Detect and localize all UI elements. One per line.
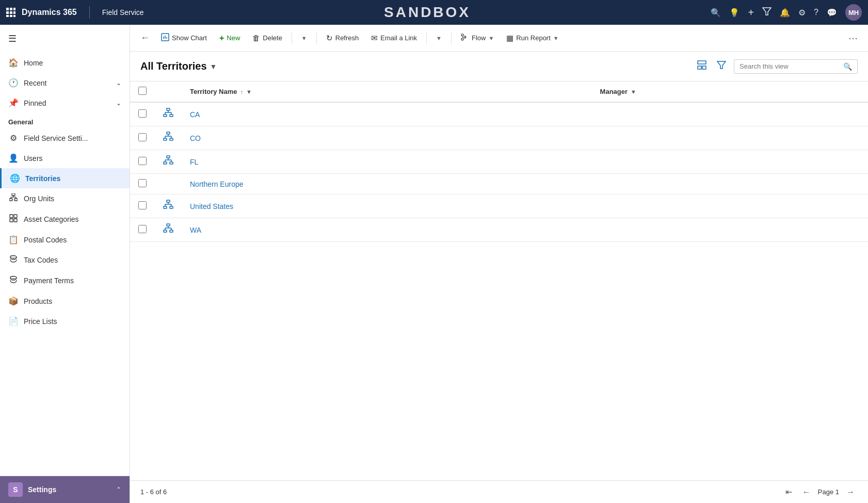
sidebar-item-pinned[interactable]: 📌 Pinned ⌄ (0, 93, 130, 113)
new-button[interactable]: + New (214, 30, 245, 46)
nav-icons: 🔍 💡 + 🔔 ⚙ ? 💬 MH (711, 4, 862, 21)
search-submit-icon[interactable]: 🔍 (843, 62, 852, 71)
email-link-button[interactable]: ✉ Email a Link (366, 30, 422, 46)
settings-chevron-icon: ⌃ (116, 486, 121, 493)
first-page-button[interactable]: ⇤ (782, 486, 795, 498)
sidebar-item-home[interactable]: 🏠 Home (0, 53, 130, 73)
svg-rect-17 (10, 215, 13, 218)
back-button[interactable]: ← (136, 29, 154, 46)
svg-marker-9 (763, 8, 771, 15)
sort-asc-icon[interactable]: ↑ (240, 89, 244, 95)
svg-rect-0 (6, 8, 9, 10)
lightbulb-icon[interactable]: 💡 (729, 8, 740, 18)
sidebar-item-asset-categories[interactable]: Asset Categories (0, 209, 130, 230)
td-row-icon (155, 174, 182, 194)
user-avatar[interactable]: MH (845, 4, 862, 21)
territory-name-link[interactable]: CO (190, 134, 201, 142)
select-all-checkbox[interactable] (138, 87, 147, 95)
svg-rect-41 (164, 138, 167, 140)
new-label: New (227, 34, 240, 42)
manager-sort-icon[interactable]: ▼ (631, 89, 636, 95)
view-title[interactable]: All Territories ▼ (140, 60, 217, 72)
view-title-chevron-icon: ▼ (210, 62, 217, 71)
more-options-button[interactable]: ⋯ (844, 29, 862, 47)
table-area: Territory Name ↑ ▼ Manager ▼ (130, 82, 868, 480)
help-icon[interactable]: ? (814, 8, 818, 17)
th-territory-name[interactable]: Territory Name ↑ ▼ (182, 82, 592, 102)
row-checkbox[interactable] (138, 225, 147, 233)
layout-view-icon[interactable] (695, 58, 709, 75)
td-checkbox (130, 102, 155, 126)
row-checkbox[interactable] (138, 179, 147, 187)
delete-button[interactable]: 🗑 Delete (247, 30, 287, 45)
run-report-button[interactable]: ▦ Run Report ▼ (501, 30, 564, 46)
row-checkbox[interactable] (138, 201, 147, 209)
th-manager[interactable]: Manager ▼ (592, 82, 868, 102)
sidebar-item-field-service-settings[interactable]: ⚙ Field Service Setti... (0, 128, 130, 148)
th-icon (155, 82, 182, 102)
bell-icon[interactable]: 🔔 (780, 8, 790, 18)
chat-icon[interactable]: 💬 (827, 8, 837, 18)
territory-name-link[interactable]: Northern Europe (190, 180, 244, 188)
run-report-label: Run Report (516, 34, 550, 42)
main-layout: ☰ 🏠 Home 🕐 Recent ⌄ 📌 Pinned ⌄ General ⚙… (0, 25, 868, 503)
svg-rect-6 (6, 15, 9, 17)
svg-rect-29 (698, 61, 706, 64)
filter-view-icon[interactable] (714, 58, 729, 75)
toolbar-divider-2 (316, 32, 317, 44)
add-icon[interactable]: + (748, 7, 754, 19)
territory-name-link[interactable]: FL (190, 158, 198, 166)
row-checkbox[interactable] (138, 109, 147, 118)
sandbox-label: SANDBOX (144, 4, 711, 21)
sidebar-item-recent[interactable]: 🕐 Recent ⌄ (0, 73, 130, 93)
td-row-icon (155, 218, 182, 242)
brand-logo[interactable]: Dynamics 365 (22, 8, 77, 17)
tax-codes-icon (8, 255, 19, 265)
territory-name-link[interactable]: CA (190, 110, 200, 119)
grid-menu-icon[interactable]: ​ (6, 7, 15, 18)
search-box[interactable]: 🔍 (734, 59, 858, 74)
sidebar-item-territories[interactable]: 🌐 Territories (0, 168, 130, 188)
td-manager (592, 126, 868, 150)
view-header-icons: 🔍 (695, 58, 858, 75)
filter-icon[interactable] (762, 7, 771, 18)
sidebar-item-org-units[interactable]: Org Units (0, 188, 130, 209)
sidebar-item-payment-terms[interactable]: Payment Terms (0, 270, 130, 291)
search-icon[interactable]: 🔍 (711, 8, 721, 18)
svg-rect-10 (12, 193, 15, 196)
sidebar-item-label: Tax Codes (24, 256, 58, 264)
sidebar-item-price-lists[interactable]: 📄 Price Lists (0, 311, 130, 331)
dropdown-button[interactable]: ▼ (296, 32, 312, 44)
sidebar-item-products[interactable]: 📦 Products (0, 291, 130, 311)
sidebar-item-users[interactable]: 👤 Users (0, 148, 130, 168)
flow-button[interactable]: Flow ▼ (456, 30, 499, 46)
row-checkbox[interactable] (138, 133, 147, 141)
search-input[interactable] (740, 62, 839, 70)
email-dropdown-button[interactable]: ▼ (431, 32, 447, 44)
settings-icon[interactable]: ⚙ (798, 8, 806, 18)
run-report-icon: ▦ (506, 34, 513, 43)
svg-rect-54 (167, 200, 170, 202)
sort-dropdown-icon[interactable]: ▼ (246, 89, 252, 95)
row-checkbox[interactable] (138, 157, 147, 165)
show-chart-button[interactable]: Show Chart (156, 30, 212, 46)
td-row-icon (155, 126, 182, 150)
sidebar-section-general: General (0, 113, 130, 128)
sidebar-settings-bottom[interactable]: S Settings ⌃ (0, 476, 130, 503)
sidebar-item-postal-codes[interactable]: 📋 Postal Codes (0, 230, 130, 250)
sidebar-hamburger[interactable]: ☰ (0, 25, 130, 53)
territory-name-link[interactable]: WA (190, 226, 201, 234)
sidebar-item-label: Users (24, 154, 43, 163)
app-name[interactable]: Field Service (102, 8, 144, 17)
territory-name-link[interactable]: United States (190, 202, 233, 210)
toolbar: ← Show Chart + New 🗑 Delete ▼ (130, 25, 868, 52)
refresh-label: Refresh (335, 34, 359, 42)
record-count: 1 - 6 of 6 (140, 488, 167, 496)
next-page-button[interactable]: → (843, 486, 858, 498)
refresh-button[interactable]: ↻ Refresh (321, 30, 364, 46)
sidebar-item-tax-codes[interactable]: Tax Codes (0, 250, 130, 270)
prev-page-button[interactable]: ← (799, 486, 814, 498)
table-row: CA (130, 102, 868, 126)
territory-hierarchy-icon (163, 110, 173, 120)
table-row: CO (130, 126, 868, 150)
